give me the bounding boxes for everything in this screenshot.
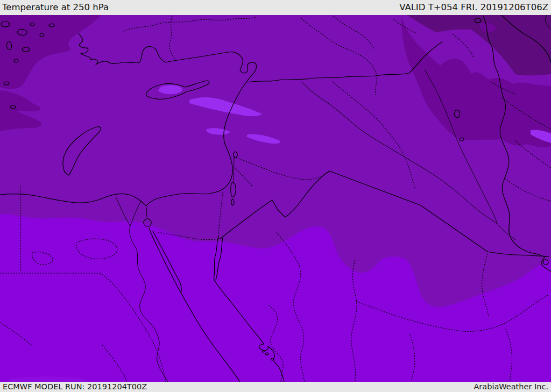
brand-label: ArabiaWeather Inc.: [474, 382, 548, 391]
weather-map-canvas: [0, 15, 551, 382]
temperature-map-svg: [0, 15, 551, 382]
title-bar: Temperature at 250 hPa VALID T+054 FRI. …: [0, 0, 551, 15]
valid-time-label: VALID T+054 FRI. 20191206T06Z: [399, 2, 548, 12]
bottom-bar: ECMWF MODEL RUN: 20191204T00Z ArabiaWeat…: [0, 382, 551, 392]
map-title: Temperature at 250 hPa: [2, 2, 109, 12]
model-run-label: ECMWF MODEL RUN: 20191204T00Z: [3, 382, 147, 391]
